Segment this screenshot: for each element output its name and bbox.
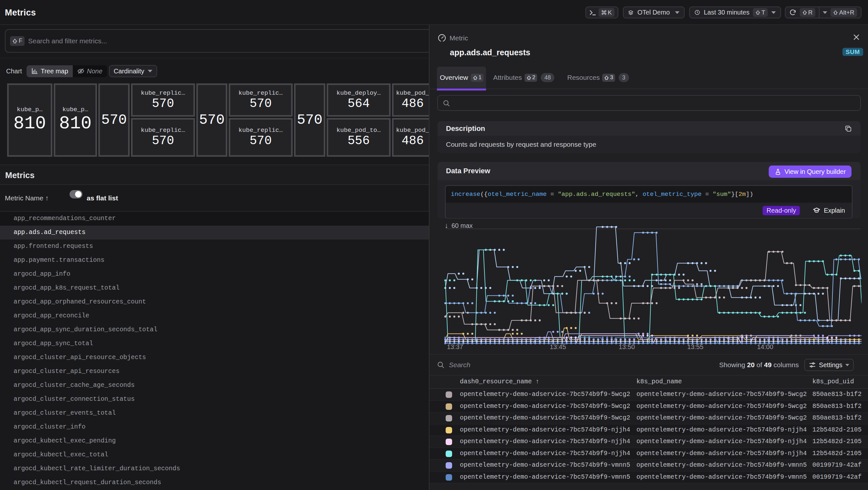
svg-text:13:37: 13:37: [447, 343, 463, 350]
svg-text:14:00: 14:00: [757, 343, 773, 350]
svg-text:13:55: 13:55: [687, 343, 703, 350]
svg-text:13:45: 13:45: [550, 343, 566, 350]
svg-text:13:50: 13:50: [619, 343, 635, 350]
